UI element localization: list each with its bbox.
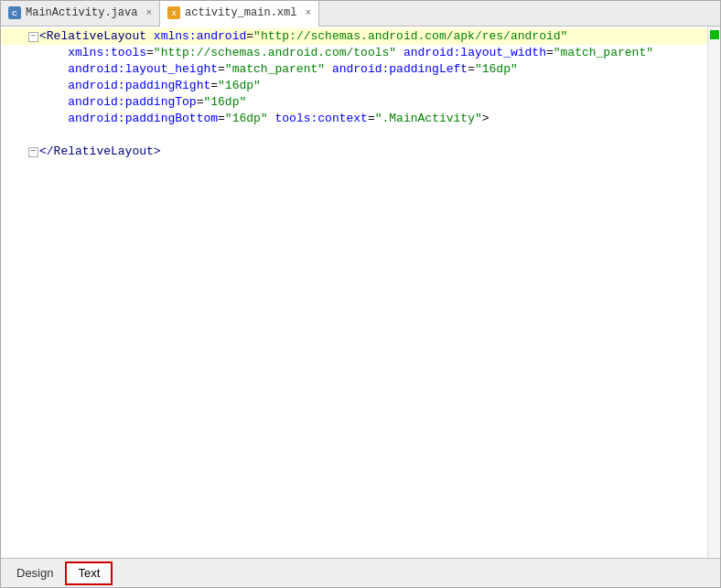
editor-scroll[interactable]: − <RelativeLayout xmlns:android="http://… bbox=[1, 27, 707, 558]
gutter-2 bbox=[1, 45, 27, 61]
editor-line-6: android:paddingBottom="16dp" tools:conte… bbox=[1, 111, 707, 127]
fold-icon-1[interactable]: − bbox=[28, 32, 38, 42]
code-line-3: android:layout_height="match_parent" and… bbox=[39, 61, 707, 78]
code-line-8: </RelativeLayout> bbox=[39, 144, 707, 160]
bottom-bar: Design Text bbox=[1, 558, 720, 587]
fold-4 bbox=[27, 78, 39, 94]
fold-icon-8[interactable]: − bbox=[28, 147, 38, 157]
editor-lines: − <RelativeLayout xmlns:android="http://… bbox=[1, 27, 707, 162]
editor-line-3: android:layout_height="match_parent" and… bbox=[1, 61, 707, 78]
gutter-6 bbox=[1, 111, 27, 127]
gutter-1 bbox=[1, 28, 27, 45]
editor-line-8: − </RelativeLayout> bbox=[1, 144, 707, 160]
bottom-tab-text-label: Text bbox=[78, 566, 100, 580]
code-line-6: android:paddingBottom="16dp" tools:conte… bbox=[39, 111, 707, 127]
editor-container: − <RelativeLayout xmlns:android="http://… bbox=[1, 27, 720, 558]
gutter-8 bbox=[1, 144, 27, 160]
editor-line-7 bbox=[1, 127, 707, 144]
editor-line-1: − <RelativeLayout xmlns:android="http://… bbox=[1, 28, 707, 45]
tab-main-activity-java[interactable]: C MainActivity.java × bbox=[1, 1, 160, 27]
right-indicator bbox=[707, 27, 720, 558]
bottom-tab-text[interactable]: Text bbox=[65, 561, 113, 585]
tab-close-java[interactable]: × bbox=[145, 7, 152, 18]
code-line-5: android:paddingTop="16dp" bbox=[39, 94, 707, 111]
gutter-3 bbox=[1, 61, 27, 78]
code-line-2: xmlns:tools="http://schemas.android.com/… bbox=[39, 45, 707, 61]
bottom-tab-design-label: Design bbox=[16, 566, 53, 580]
gutter-4 bbox=[1, 78, 27, 94]
code-line-7 bbox=[39, 127, 707, 144]
editor-line-4: android:paddingRight="16dp" bbox=[1, 78, 707, 94]
editor-line-2: xmlns:tools="http://schemas.android.com/… bbox=[1, 45, 707, 61]
code-line-1: <RelativeLayout xmlns:android="http://sc… bbox=[39, 28, 707, 45]
fold-7 bbox=[27, 127, 39, 144]
tab-close-xml[interactable]: × bbox=[305, 7, 311, 18]
green-status-indicator bbox=[710, 30, 719, 39]
gutter-5 bbox=[1, 94, 27, 111]
bottom-tab-design[interactable]: Design bbox=[5, 561, 65, 585]
fold-8[interactable]: − bbox=[27, 144, 39, 160]
main-window: C MainActivity.java × X activity_main.xm… bbox=[0, 0, 721, 588]
code-line-4: android:paddingRight="16dp" bbox=[39, 78, 707, 94]
fold-1[interactable]: − bbox=[27, 28, 39, 45]
fold-5 bbox=[27, 94, 39, 111]
fold-3 bbox=[27, 61, 39, 78]
tab-label-xml: activity_main.xml bbox=[185, 6, 296, 19]
tab-label-java: MainActivity.java bbox=[26, 6, 137, 19]
gutter-7 bbox=[1, 127, 27, 144]
java-icon: C bbox=[8, 6, 21, 19]
xml-icon: X bbox=[167, 6, 180, 19]
editor-line-5: android:paddingTop="16dp" bbox=[1, 94, 707, 111]
tab-bar: C MainActivity.java × X activity_main.xm… bbox=[1, 1, 720, 27]
tab-activity-main-xml[interactable]: X activity_main.xml × bbox=[160, 1, 319, 27]
fold-6 bbox=[27, 111, 39, 127]
fold-2 bbox=[27, 45, 39, 61]
